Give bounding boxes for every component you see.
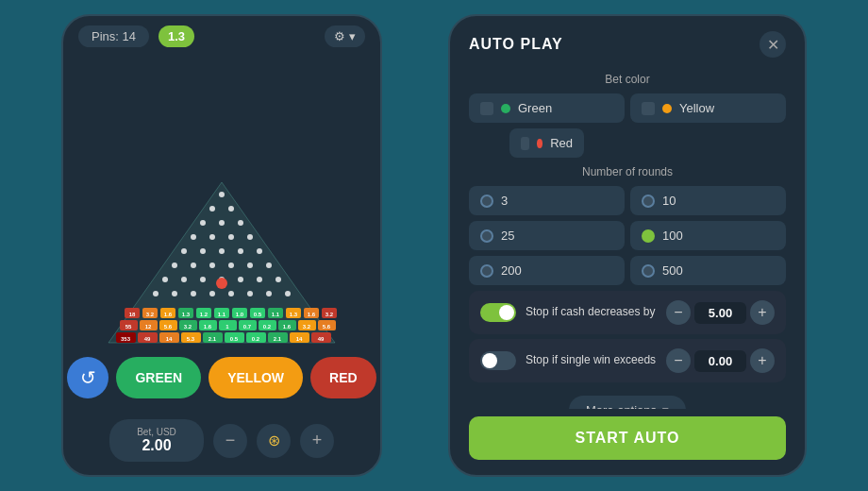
svg-point-34 [247,291,253,296]
chevron-down-icon: ▾ [662,403,669,409]
svg-point-27 [257,277,262,282]
win-plus-btn[interactable]: + [750,348,775,373]
round-200-value: 200 [501,263,522,278]
color-option-green[interactable]: Green [469,93,625,123]
round-200-radio [480,264,493,278]
refresh-button[interactable]: ↺ [67,357,108,398]
svg-point-37 [216,278,227,289]
toggle-knob-cash [499,305,514,320]
bet-label: Bet, USD [128,427,185,437]
round-3[interactable]: 3 [469,186,625,215]
svg-text:0.5: 0.5 [230,336,239,342]
svg-point-7 [191,234,196,240]
toggle-knob-win [482,353,497,368]
svg-text:0.2: 0.2 [252,336,260,342]
win-value: 0.00 [694,350,746,372]
svg-text:1.3: 1.3 [290,312,298,317]
svg-text:1.1: 1.1 [218,312,226,317]
svg-point-9 [228,234,234,240]
cash-plus-btn[interactable]: + [750,300,775,325]
svg-point-29 [153,291,159,296]
svg-text:5.6: 5.6 [323,324,331,330]
right-phone: AUTO PLAY ✕ Bet color Green Ye [448,14,807,477]
green-button[interactable]: GREEN [116,357,201,398]
color-button-group: ↺ GREEN YELLOW RED [61,347,382,408]
svg-text:1.6: 1.6 [283,324,292,330]
round-3-value: 3 [501,194,508,208]
bet-minus-button[interactable]: − [213,424,247,458]
round-25-radio [480,229,493,243]
svg-point-30 [172,291,177,296]
stop-win-control: − 0.00 + [666,348,775,373]
green-checkbox [480,102,493,115]
stop-cash-control: − 5.00 + [666,300,775,325]
svg-text:14: 14 [296,336,303,342]
rounds-grid: 3 10 25 100 200 [469,186,786,285]
red-checkbox [521,137,529,150]
svg-text:49: 49 [318,336,325,342]
svg-point-20 [247,262,253,268]
round-100-radio [642,229,655,243]
color-option-red[interactable]: Red [509,128,584,158]
round-10[interactable]: 10 [630,186,786,215]
round-500[interactable]: 500 [630,256,786,285]
start-auto-button[interactable]: START AUTO [469,416,786,460]
yellow-checkbox [642,102,655,115]
round-10-radio [642,195,655,208]
svg-text:2.1: 2.1 [274,336,282,342]
color-option-yellow[interactable]: Yellow [630,93,786,123]
round-200[interactable]: 200 [469,256,625,285]
svg-point-3 [228,206,234,212]
svg-point-33 [228,291,234,296]
green-dot [501,104,510,113]
svg-text:18: 18 [129,312,136,317]
svg-point-13 [219,248,225,254]
svg-point-22 [162,277,168,282]
svg-point-28 [275,277,281,282]
svg-text:2.1: 2.1 [209,336,217,342]
svg-point-1 [219,192,225,197]
red-button[interactable]: RED [310,357,376,398]
win-minus-btn[interactable]: − [666,348,691,373]
stop-win-row: Stop if single win exceeds − 0.00 + [469,339,786,382]
autoplay-header: AUTO PLAY ✕ [450,16,805,65]
more-options-button[interactable]: More options ▾ [569,396,686,409]
left-phone: Pins: 14 1.3 ⚙ ▾ [61,14,382,477]
svg-point-4 [200,220,206,226]
cash-minus-btn[interactable]: − [666,300,691,325]
svg-point-16 [172,262,177,268]
round-10-value: 10 [662,194,676,208]
round-100[interactable]: 100 [630,221,786,250]
settings-button[interactable]: ⚙ ▾ [325,25,365,47]
close-button[interactable]: ✕ [760,31,786,58]
stop-cash-toggle[interactable] [480,303,516,322]
svg-point-36 [285,291,291,296]
svg-point-31 [191,291,196,296]
svg-point-35 [266,291,272,296]
svg-text:5.3: 5.3 [187,336,195,342]
svg-text:1.6: 1.6 [164,312,173,317]
svg-text:0.5: 0.5 [254,312,262,317]
green-color-name: Green [518,101,552,115]
svg-point-10 [247,234,253,240]
stop-win-toggle[interactable] [480,351,516,370]
bet-color-label: Bet color [469,73,786,86]
game-area: 18 3.2 1.6 1.3 1.2 1.1 1.0 0.5 1 [63,57,380,412]
bet-plus-button[interactable]: + [300,424,334,458]
stop-cash-label: Stop if cash decreases by [526,305,657,320]
svg-text:49: 49 [144,336,151,342]
svg-text:5.6: 5.6 [164,324,173,330]
svg-point-26 [238,277,243,282]
svg-text:3.2: 3.2 [146,312,155,317]
svg-text:1.0: 1.0 [236,312,244,317]
autoplay-title: AUTO PLAY [469,36,563,53]
svg-text:55: 55 [125,324,132,330]
plinko-board: 18 3.2 1.6 1.3 1.2 1.1 1.0 0.5 1 [99,178,344,347]
svg-text:1.6: 1.6 [204,324,212,330]
pins-badge: Pins: 14 [78,25,149,47]
svg-point-32 [209,291,215,296]
round-25[interactable]: 25 [469,221,625,250]
yellow-button[interactable]: YELLOW [209,357,303,398]
svg-point-8 [209,234,215,240]
svg-text:14: 14 [166,336,173,342]
